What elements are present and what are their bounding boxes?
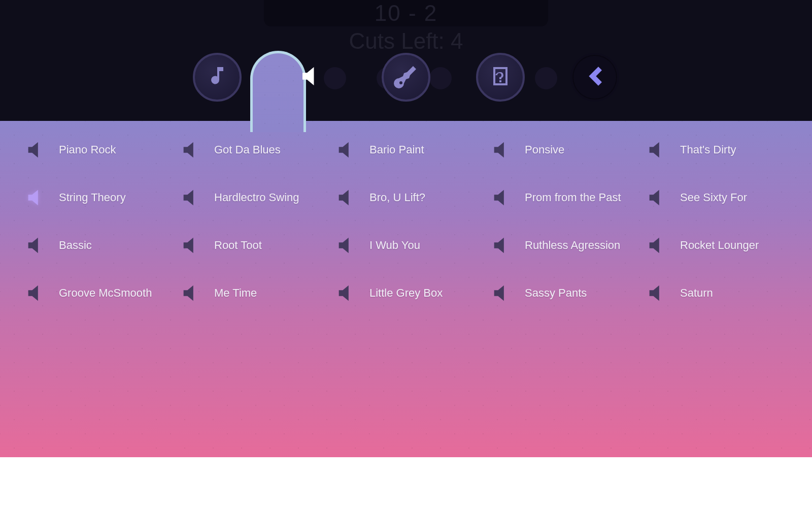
track-item[interactable]: Sassy Pants — [486, 269, 636, 317]
track-item[interactable]: Me Time — [176, 269, 326, 317]
track-label: Prom from the Past — [525, 191, 621, 204]
track-item[interactable]: See Sixty For — [641, 174, 792, 221]
speaker-icon — [335, 281, 358, 305]
tab-bar — [193, 53, 619, 102]
track-label: Hardlectro Swing — [214, 191, 299, 204]
speaker-icon — [298, 62, 325, 92]
track-label: Groove McSmooth — [59, 287, 152, 300]
track-item[interactable]: String Theory — [20, 174, 171, 221]
track-item[interactable]: Bassic — [20, 221, 171, 269]
track-label: See Sixty For — [680, 191, 747, 204]
track-label: That's Dirty — [680, 143, 736, 156]
track-item[interactable]: Hardlectro Swing — [176, 174, 326, 221]
track-label: Piano Rock — [59, 143, 116, 156]
track-item[interactable]: I Wub You — [331, 221, 481, 269]
speaker-icon — [490, 281, 514, 305]
track-item[interactable]: Bario Paint — [331, 126, 481, 174]
track-item[interactable]: Ruthless Agression — [486, 221, 636, 269]
track-label: Saturn — [680, 287, 713, 300]
level-label: 10 - 2 — [375, 1, 438, 26]
track-label: Rocket Lounger — [680, 239, 759, 252]
track-item[interactable]: Ponsive — [486, 126, 636, 174]
speaker-icon — [24, 138, 48, 162]
speaker-icon — [490, 186, 514, 209]
music-note-icon — [205, 64, 229, 90]
track-label: Bario Paint — [369, 143, 424, 156]
track-item[interactable]: Prom from the Past — [486, 174, 636, 221]
guitar-icon — [394, 64, 418, 90]
track-label: Bro, U Lift? — [369, 191, 425, 204]
cuts-left-label: Cuts Left: 4 — [349, 28, 463, 54]
speaker-icon — [180, 186, 203, 209]
track-item[interactable]: Groove McSmooth — [20, 269, 171, 317]
back-chevron-icon — [581, 62, 609, 92]
tab-help[interactable] — [476, 53, 525, 102]
track-label: Root Toot — [214, 239, 262, 252]
speaker-icon — [180, 138, 203, 162]
track-item[interactable]: Rocket Lounger — [641, 221, 792, 269]
track-item[interactable]: Bro, U Lift? — [331, 174, 481, 221]
track-label: Bassic — [59, 239, 92, 252]
track-item[interactable]: Saturn — [641, 269, 792, 317]
tab-sound[interactable] — [287, 53, 336, 102]
track-label: Ponsive — [525, 143, 564, 156]
track-label: String Theory — [59, 191, 126, 204]
track-item[interactable]: Piano Rock — [20, 126, 171, 174]
speaker-icon — [646, 186, 669, 209]
speaker-icon — [646, 138, 669, 162]
speaker-icon — [24, 186, 48, 209]
track-item[interactable]: Root Toot — [176, 221, 326, 269]
speaker-icon — [490, 234, 514, 257]
track-panel: Piano RockGot Da BluesBario PaintPonsive… — [0, 121, 812, 457]
track-label: Got Da Blues — [214, 143, 281, 156]
speaker-icon — [335, 234, 358, 257]
tab-music[interactable] — [193, 53, 242, 102]
level-indicator: 10 - 2 — [264, 0, 548, 26]
track-item[interactable]: Got Da Blues — [176, 126, 326, 174]
speaker-icon — [180, 281, 203, 305]
track-item[interactable]: That's Dirty — [641, 126, 792, 174]
track-item[interactable]: Little Grey Box — [331, 269, 481, 317]
speaker-icon — [646, 234, 669, 257]
track-label: I Wub You — [369, 239, 420, 252]
speaker-icon — [646, 281, 669, 305]
speaker-icon — [490, 138, 514, 162]
help-card-icon — [488, 64, 513, 90]
speaker-icon — [24, 281, 48, 305]
speaker-icon — [335, 138, 358, 162]
speaker-icon — [24, 234, 48, 257]
speaker-icon — [180, 234, 203, 257]
track-label: Ruthless Agression — [525, 239, 620, 252]
track-label: Little Grey Box — [369, 287, 443, 300]
track-label: Me Time — [214, 287, 257, 300]
track-grid: Piano RockGot Da BluesBario PaintPonsive… — [0, 121, 812, 317]
back-button[interactable] — [570, 53, 619, 102]
speaker-icon — [335, 186, 358, 209]
track-label: Sassy Pants — [525, 287, 587, 300]
tab-instruments[interactable] — [382, 53, 430, 102]
